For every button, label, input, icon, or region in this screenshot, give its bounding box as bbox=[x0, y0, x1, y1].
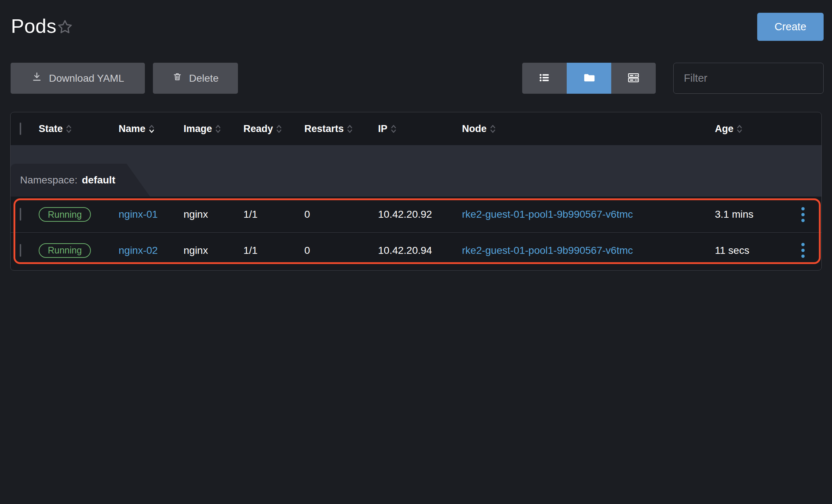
ready-cell: 1/1 bbox=[243, 209, 304, 220]
column-label-state: State bbox=[39, 123, 63, 135]
age-cell: 3.1 mins bbox=[715, 209, 784, 220]
folder-icon bbox=[583, 71, 595, 85]
select-all-checkbox[interactable] bbox=[20, 123, 21, 135]
page-title: Pods bbox=[11, 15, 57, 37]
column-label-ip: IP bbox=[378, 123, 388, 135]
row-actions-kebab-icon[interactable] bbox=[796, 205, 810, 224]
trash-icon bbox=[172, 72, 182, 85]
column-header-ip[interactable]: IP bbox=[378, 123, 462, 135]
image-cell: nginx bbox=[184, 209, 243, 220]
column-label-name: Name bbox=[119, 123, 146, 135]
column-header-image[interactable]: Image bbox=[184, 123, 243, 135]
ip-cell: 10.42.20.94 bbox=[378, 245, 462, 256]
sort-icon bbox=[736, 124, 743, 134]
restarts-cell: 0 bbox=[304, 209, 378, 220]
column-label-restarts: Restarts bbox=[304, 123, 344, 135]
toolbar: Download YAML Delete bbox=[0, 63, 832, 94]
favorite-star-icon[interactable] bbox=[57, 19, 73, 35]
pods-page: Pods Create Download YAML Delete bbox=[0, 0, 832, 504]
delete-label: Delete bbox=[189, 73, 219, 84]
page-header: Pods Create bbox=[0, 0, 832, 51]
table-row: Running nginx-02 nginx 1/1 0 10.42.20.94… bbox=[11, 232, 821, 268]
sort-icon bbox=[347, 124, 353, 134]
ready-cell: 1/1 bbox=[243, 245, 304, 256]
list-view-icon bbox=[539, 72, 550, 85]
view-mode-toggle bbox=[522, 63, 656, 94]
row-checkbox[interactable] bbox=[20, 208, 21, 221]
filter-input[interactable] bbox=[673, 63, 824, 94]
row-actions-kebab-icon[interactable] bbox=[796, 241, 810, 260]
download-icon bbox=[31, 71, 42, 85]
column-header-node[interactable]: Node bbox=[462, 123, 715, 135]
sort-icon bbox=[66, 124, 72, 134]
download-yaml-button[interactable]: Download YAML bbox=[11, 63, 145, 94]
pods-table: State Name Image Ready bbox=[10, 112, 822, 271]
column-label-node: Node bbox=[462, 123, 487, 135]
status-badge: Running bbox=[39, 243, 91, 258]
pod-name-link[interactable]: nginx-01 bbox=[119, 209, 158, 220]
table-body: Running nginx-01 nginx 1/1 0 10.42.20.92… bbox=[11, 197, 821, 268]
ip-cell: 10.42.20.92 bbox=[378, 209, 462, 220]
age-cell: 11 secs bbox=[715, 245, 784, 256]
column-label-ready: Ready bbox=[243, 123, 273, 135]
list-view-button[interactable] bbox=[522, 63, 567, 94]
pod-name-link[interactable]: nginx-02 bbox=[119, 245, 158, 256]
namespace-group-label: Namespace: bbox=[20, 174, 77, 186]
sort-icon bbox=[276, 124, 282, 134]
table-header-row: State Name Image Ready bbox=[11, 112, 821, 145]
namespace-group-value: default bbox=[82, 174, 115, 186]
namespace-group-band: Namespace: default bbox=[11, 145, 821, 197]
column-header-age[interactable]: Age bbox=[715, 123, 784, 135]
node-link[interactable]: rke2-guest-01-pool1-9b990567-v6tmc bbox=[462, 209, 633, 220]
column-header-restarts[interactable]: Restarts bbox=[304, 123, 378, 135]
namespace-group-tab: Namespace: default bbox=[11, 164, 160, 197]
sort-icon-active-desc bbox=[149, 124, 155, 134]
column-label-age: Age bbox=[715, 123, 733, 135]
download-yaml-label: Download YAML bbox=[49, 73, 124, 84]
delete-button[interactable]: Delete bbox=[153, 63, 238, 94]
column-header-ready[interactable]: Ready bbox=[243, 123, 304, 135]
sort-icon bbox=[390, 124, 397, 134]
column-header-state[interactable]: State bbox=[39, 123, 119, 135]
column-label-image: Image bbox=[184, 123, 212, 135]
row-checkbox[interactable] bbox=[20, 244, 21, 257]
sort-icon bbox=[490, 124, 496, 134]
restarts-cell: 0 bbox=[304, 245, 378, 256]
node-link[interactable]: rke2-guest-01-pool1-9b990567-v6tmc bbox=[462, 245, 633, 256]
flat-view-button[interactable] bbox=[611, 63, 656, 94]
column-header-name[interactable]: Name bbox=[119, 123, 184, 135]
image-cell: nginx bbox=[184, 245, 243, 256]
create-button[interactable]: Create bbox=[757, 13, 824, 41]
stacked-rows-icon bbox=[627, 71, 640, 85]
grouped-view-button[interactable] bbox=[567, 63, 611, 94]
table-row: Running nginx-01 nginx 1/1 0 10.42.20.92… bbox=[11, 197, 821, 232]
sort-icon bbox=[215, 124, 221, 134]
status-badge: Running bbox=[39, 207, 91, 222]
